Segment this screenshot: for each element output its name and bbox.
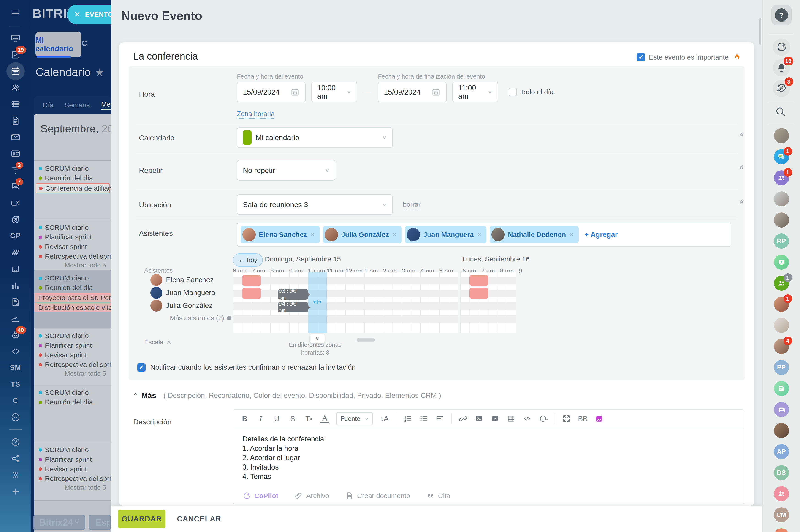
end-time-select[interactable]: 11:00 am∨ (452, 82, 498, 102)
search-button[interactable] (775, 106, 788, 119)
calendar-event[interactable]: Reunión del día (34, 283, 111, 292)
end-date-input[interactable]: 15/09/2024 (378, 82, 446, 102)
doc-new-button[interactable]: Crear documento (345, 492, 410, 500)
copilot-button[interactable]: CoPilot (242, 492, 278, 500)
strikethrough-icon[interactable]: S (288, 415, 297, 423)
avatar-photo[interactable] (774, 191, 789, 207)
avatar-people[interactable]: 1 (774, 276, 789, 291)
avatar-chat-bubble[interactable]: 1 (774, 149, 789, 164)
rail-item-mail[interactable] (10, 132, 21, 142)
quote-button[interactable]: Cita (426, 492, 450, 500)
calendar-event[interactable]: Distribución espacio vital (34, 303, 111, 312)
calendar-event[interactable]: Planificar sprint (34, 232, 111, 242)
calendar-event[interactable]: Planificar sprint (34, 455, 111, 464)
remove-attendee-icon[interactable]: ✕ (569, 231, 574, 238)
text-color-icon[interactable]: A (320, 414, 329, 423)
timeline-grid-day1[interactable] (233, 272, 458, 333)
pin-icon[interactable] (736, 130, 746, 140)
show-all-link[interactable]: Mostrar todo 5 (34, 370, 111, 377)
rail-item-c[interactable]: C (10, 396, 21, 406)
all-day-checkbox[interactable] (509, 88, 517, 96)
rail-item-help[interactable] (10, 437, 21, 447)
language-button[interactable]: Español (89, 515, 111, 530)
underline-icon[interactable]: U (272, 415, 281, 423)
rail-item-feed[interactable]: 3 (10, 165, 21, 175)
italic-icon[interactable]: I (256, 415, 265, 423)
avatar-people[interactable] (774, 486, 789, 501)
view-tab-día[interactable]: Día (43, 101, 54, 109)
rail-item-calendar[interactable] (10, 66, 21, 76)
close-icon[interactable]: ✕ (74, 10, 80, 19)
timeline-scrollbar[interactable] (357, 338, 375, 342)
avatar-photo[interactable] (774, 318, 789, 333)
pin-icon[interactable] (736, 197, 746, 207)
more-attendees-link[interactable]: Más asistentes (2) (170, 314, 231, 322)
view-tab-semana[interactable]: Semana (64, 101, 90, 109)
notify-checkbox[interactable]: ✓ (137, 363, 146, 372)
avatar-ds[interactable]: DS (774, 465, 789, 480)
rail-item-m[interactable] (10, 247, 21, 258)
rail-item-signature[interactable] (10, 313, 21, 324)
calendar-event[interactable]: Retrospectiva del sprint (34, 360, 111, 369)
avatar-cm[interactable]: CM (774, 507, 789, 522)
timezone-link[interactable]: Zona horaria (237, 110, 274, 119)
month-cell[interactable]: SCRUM diarioPlanificar sprintRevisar spr… (34, 442, 111, 500)
image-icon[interactable] (475, 414, 484, 423)
description-text[interactable]: Detalles de la conferencia:1. Acordar la… (233, 428, 744, 487)
remove-attendee-icon[interactable]: ✕ (392, 231, 397, 238)
calendar-event[interactable]: Revisar sprint (34, 464, 111, 474)
rail-item-gp[interactable]: GP (10, 231, 21, 241)
bold-icon[interactable]: B (240, 415, 249, 423)
avatar-card[interactable] (774, 402, 789, 417)
pin-icon[interactable] (736, 163, 746, 173)
avatar-ap[interactable]: AP (774, 444, 789, 459)
align-left-icon[interactable] (435, 414, 444, 423)
calendar-event[interactable]: SCRUM diario (34, 164, 111, 173)
timeline-grid-day2[interactable] (460, 272, 516, 333)
rail-item-target[interactable] (10, 214, 21, 225)
avatar-photo[interactable] (774, 212, 789, 228)
scale-control[interactable]: Escala (144, 339, 172, 346)
calendar-event[interactable]: Retrospectiva del sprint (34, 474, 111, 483)
calendar-event[interactable]: SCRUM diario (34, 273, 111, 283)
save-button[interactable]: GUARDAR (118, 510, 166, 528)
avatar-people[interactable]: 1 (774, 170, 789, 186)
calendar-event[interactable]: Reunión del día (34, 397, 111, 407)
copilot-button[interactable] (773, 38, 790, 56)
location-select[interactable]: Sala de reuniones 3∨ (237, 194, 393, 215)
bell-button[interactable]: 16 (773, 59, 790, 76)
month-cell[interactable]: SCRUM diarioPlanificar sprintRevisar spr… (34, 328, 111, 384)
rail-item-robot[interactable]: 40 (10, 330, 21, 340)
video-embed-icon[interactable] (491, 414, 500, 423)
remove-attendee-icon[interactable]: ✕ (477, 231, 482, 238)
favorite-star-icon[interactable]: ★ (95, 66, 104, 78)
calendar-event[interactable]: SCRUM diario (34, 445, 111, 455)
bbcode-icon[interactable]: BB (578, 415, 588, 423)
rail-item-chat[interactable]: 7 (10, 181, 21, 192)
cancel-button[interactable]: CANCELAR (177, 510, 221, 528)
month-cell[interactable]: SCRUM diarioPlanificar sprintRevisar spr… (34, 220, 111, 270)
font-size-icon[interactable]: ↕A (380, 415, 389, 423)
bitrix24-button[interactable]: Bitrix24◷ (33, 515, 85, 530)
avatar-photo[interactable]: 1 (774, 297, 789, 312)
rail-item-document[interactable] (10, 115, 21, 126)
calendar-event[interactable]: Reunión del día (34, 173, 111, 183)
rail-item-chevron-circle[interactable] (10, 412, 21, 422)
clear-format-icon[interactable]: Tx (304, 415, 313, 423)
month-cell[interactable]: SCRUM diarioReunión del díaConferencia d… (34, 160, 111, 220)
show-all-link[interactable]: Mostrar todo 5 (34, 484, 111, 491)
calendar-event[interactable]: SCRUM diario (34, 223, 111, 232)
remove-attendee-icon[interactable]: ✕ (310, 231, 315, 238)
drag-handle-icon[interactable] (312, 297, 322, 307)
smiley-icon[interactable] (539, 414, 548, 423)
attendee-chip[interactable]: Julia González ✕ (323, 226, 402, 243)
attendee-chips-input[interactable]: Elena Sanchez ✕ Julia González ✕ Juan Ma… (237, 223, 731, 247)
expand-icon[interactable] (562, 414, 571, 423)
rail-item-chart[interactable] (10, 280, 21, 291)
rail-item-menu[interactable] (10, 8, 21, 19)
add-attendee-button[interactable]: + Agregar (585, 230, 617, 239)
view-tab-mes[interactable]: Mes (101, 100, 111, 110)
rail-item-tasks[interactable]: 19 (10, 50, 21, 60)
chats-button[interactable]: 3 (773, 80, 790, 97)
rail-item-contact-card[interactable] (10, 148, 21, 159)
